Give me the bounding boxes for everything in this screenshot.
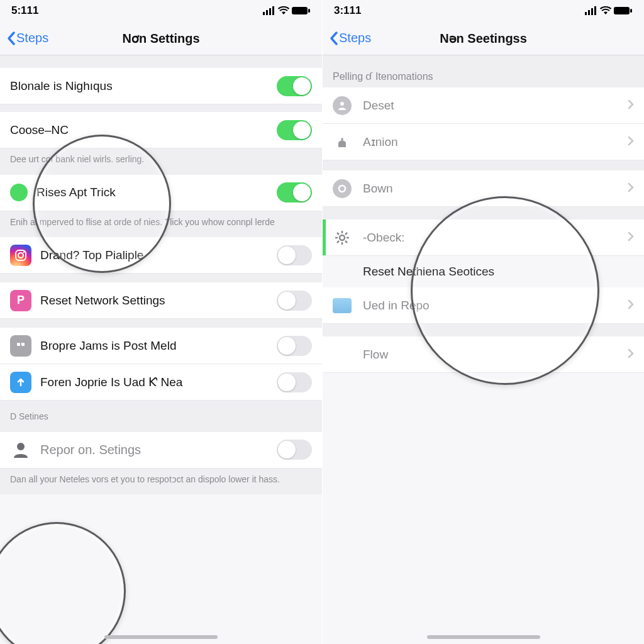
row-ainion[interactable]: Aɪnion: [323, 124, 644, 160]
row-bown[interactable]: Bown: [323, 170, 644, 207]
svg-rect-17: [630, 9, 632, 13]
toggle-switch[interactable]: [277, 440, 312, 460]
group-gap: [0, 55, 322, 68]
row-ued[interactable]: Ued in Repo: [323, 287, 644, 324]
toggle-switch[interactable]: [277, 182, 312, 203]
cellular-icon: [263, 6, 275, 15]
chevron-left-icon: [6, 31, 16, 46]
svg-point-11: [17, 443, 25, 450]
svg-rect-15: [594, 6, 596, 15]
group-gap: [0, 319, 322, 328]
toggle-switch[interactable]: [277, 120, 312, 140]
svg-line-28: [345, 233, 347, 235]
wifi-icon: [600, 6, 611, 15]
status-time: 5:111: [11, 4, 38, 17]
home-indicator: [104, 635, 218, 639]
svg-rect-16: [614, 7, 630, 14]
gear-icon: [333, 228, 352, 247]
row-label: Reset Nethiena Seotices: [363, 265, 634, 279]
row-label: -Obeck:: [363, 231, 623, 245]
toggle-switch[interactable]: [277, 336, 312, 356]
ainion-icon: [333, 133, 352, 152]
row-foren[interactable]: Foren Joprie Is Uad Ƙ Nea: [0, 364, 322, 401]
svg-rect-5: [308, 9, 310, 13]
row-label: Coose–NC: [10, 123, 277, 137]
svg-rect-2: [269, 8, 271, 15]
chevron-right-icon: [628, 182, 634, 195]
chevron-right-icon: [628, 348, 634, 361]
chevron-left-icon: [329, 31, 339, 46]
row-bropre[interactable]: Bropre Jams is Post Meld: [0, 328, 322, 364]
selection-bar: [323, 219, 326, 255]
group-gap: [323, 207, 644, 219]
ued-icon: [333, 298, 352, 313]
back-button[interactable]: Steps: [0, 31, 48, 46]
row-blonale[interactable]: Blonale is Nighıqus: [0, 68, 322, 104]
row-label: Blonale is Nighıqus: [10, 79, 277, 93]
row-label: Drand? Top Pialiple: [40, 248, 277, 262]
row-label: Aɪnion: [363, 135, 623, 149]
group-gap: [323, 324, 644, 336]
svg-rect-0: [263, 12, 265, 15]
chevron-right-icon: [628, 299, 634, 312]
back-label: Steps: [339, 31, 371, 45]
toggle-switch[interactable]: [277, 76, 312, 96]
battery-icon: [292, 6, 311, 15]
arrow-badge-icon: [10, 372, 31, 393]
svg-point-8: [23, 251, 25, 253]
status-indicators: [585, 6, 633, 15]
row-label: Reset Network Settings: [40, 294, 277, 308]
svg-point-19: [339, 186, 345, 192]
svg-line-27: [337, 241, 339, 243]
svg-rect-13: [588, 10, 590, 15]
footnote: Dan all your Neteles vors et you to resp…: [0, 469, 322, 495]
chevron-right-icon: [628, 231, 634, 244]
row-label: Rises Apt Trick: [36, 186, 277, 199]
nav-header: Steps Nơn Settings: [0, 21, 322, 55]
person-icon: [10, 439, 31, 460]
bown-icon: [333, 179, 352, 198]
svg-rect-12: [585, 12, 587, 15]
section-header: Pelling ɗ Itenomations: [323, 55, 644, 87]
footnote: Enih al mperved to flise at orde of nies…: [0, 211, 322, 238]
phone-right: 3:111 Steps Nən Seetingss Pelling ɗ Iten…: [322, 0, 644, 644]
phone-left: 5:111 Steps Nơn Settings Blonale is Nigh…: [0, 0, 322, 644]
callout-circle: [0, 522, 126, 644]
green-dot-icon: [10, 184, 28, 201]
back-label: Steps: [16, 31, 48, 45]
chevron-right-icon: [628, 99, 634, 112]
svg-rect-1: [266, 10, 268, 15]
row-coose[interactable]: Coose–NC: [0, 112, 322, 148]
footnote: Dee urt coı bank niel wirls. serling.: [0, 148, 322, 175]
toggle-switch[interactable]: [277, 245, 312, 265]
group-gap: [323, 160, 644, 170]
row-drand[interactable]: Drand? Top Pialiple: [0, 237, 322, 274]
row-flow[interactable]: Flow: [323, 336, 644, 373]
cellular-icon: [585, 6, 597, 15]
svg-rect-3: [272, 6, 274, 15]
chevron-right-icon: [628, 136, 634, 148]
row-label: Deset: [363, 99, 623, 113]
row-label: Foren Joprie Is Uad Ƙ Nea: [40, 375, 277, 389]
toggle-switch[interactable]: [277, 291, 312, 311]
row-reset-network[interactable]: P Reset Network Settings: [0, 282, 322, 319]
row-deset[interactable]: Deset: [323, 87, 644, 124]
home-indicator: [427, 635, 540, 639]
status-indicators: [263, 6, 311, 15]
status-bar: 5:111: [0, 0, 322, 21]
status-time: 3:111: [334, 4, 361, 17]
row-reset-nethiena[interactable]: Reset Nethiena Seotices: [323, 256, 644, 287]
row-obeck[interactable]: -Obeck:: [323, 219, 644, 256]
row-rises[interactable]: Rises Apt Trick: [0, 175, 322, 211]
svg-point-20: [340, 235, 345, 240]
p-badge-icon: P: [10, 290, 31, 311]
row-repor[interactable]: Repor on. Setings: [0, 432, 322, 469]
row-label: Repor on. Setings: [40, 443, 277, 457]
page-title: Nən Seetingss: [440, 31, 527, 46]
svg-line-26: [345, 241, 347, 243]
group-gap: [0, 104, 322, 112]
row-label: Bropre Jams is Post Meld: [40, 339, 277, 353]
toggle-switch[interactable]: [277, 372, 312, 392]
group-gap: [0, 274, 322, 282]
back-button[interactable]: Steps: [323, 31, 371, 46]
